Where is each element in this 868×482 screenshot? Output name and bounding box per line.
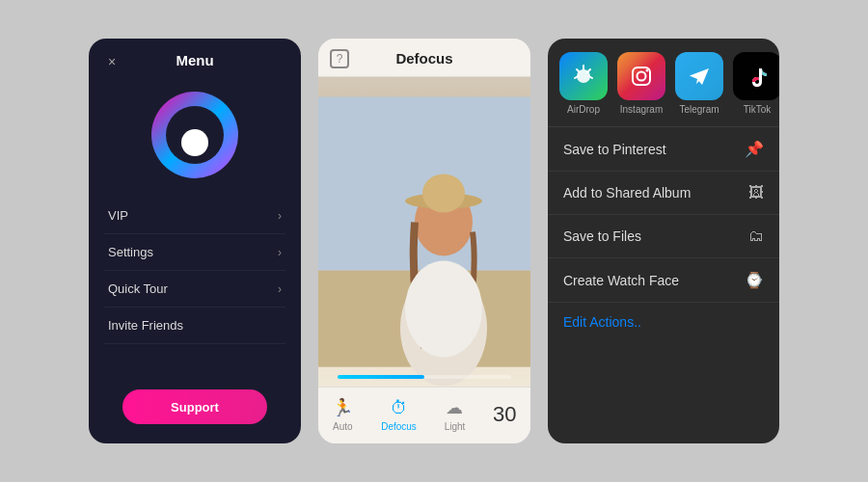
tiktok-icon bbox=[733, 52, 779, 100]
share-panel: AirDrop Instagram Telegram bbox=[548, 39, 779, 443]
watch-icon: ⌚ bbox=[745, 271, 764, 289]
toolbar-item-auto[interactable]: 🏃 Auto bbox=[332, 397, 353, 432]
arrow-icon: › bbox=[278, 282, 282, 296]
help-button[interactable]: ? bbox=[330, 49, 349, 68]
defocus-title: Defocus bbox=[395, 50, 452, 67]
edit-actions-button[interactable]: Edit Actions.. bbox=[548, 303, 779, 341]
defocus-image bbox=[318, 77, 530, 387]
defocus-toolbar: 🏃 Auto ⏱ Defocus ☁ Light 30 bbox=[318, 387, 530, 443]
svg-point-10 bbox=[637, 72, 646, 81]
toolbar-item-light[interactable]: ☁ Light bbox=[445, 397, 466, 432]
close-button[interactable]: × bbox=[102, 52, 122, 71]
arrow-icon: › bbox=[278, 209, 282, 223]
files-icon: 🗂 bbox=[748, 228, 764, 245]
menu-header: × Menu bbox=[89, 39, 301, 76]
menu-title: Menu bbox=[176, 52, 213, 68]
svg-point-7 bbox=[405, 261, 482, 358]
toolbar-number: 30 bbox=[493, 402, 516, 427]
defocus-icon: ⏱ bbox=[391, 398, 408, 418]
arrow-icon: › bbox=[278, 246, 282, 259]
share-apps-row: AirDrop Instagram Telegram bbox=[548, 39, 779, 127]
menu-item-quick-tour[interactable]: Quick Tour › bbox=[104, 271, 285, 308]
avatar bbox=[151, 92, 238, 178]
svg-point-6 bbox=[422, 174, 465, 213]
share-actions-list: Save to Pinterest 📌 Add to Shared Album … bbox=[548, 127, 779, 443]
avatar-face bbox=[166, 106, 224, 164]
menu-item-vip[interactable]: VIP › bbox=[104, 198, 285, 234]
light-icon: ☁ bbox=[446, 397, 463, 418]
action-save-files[interactable]: Save to Files 🗂 bbox=[548, 215, 779, 258]
support-button[interactable]: Support bbox=[122, 389, 267, 424]
defocus-header: ? Defocus bbox=[318, 39, 530, 77]
avatar-background bbox=[151, 92, 238, 178]
slider-fill bbox=[338, 375, 424, 379]
menu-items-list: VIP › Settings › Quick Tour › Invite Fri… bbox=[89, 198, 301, 374]
svg-point-11 bbox=[646, 69, 649, 72]
auto-icon: 🏃 bbox=[332, 397, 353, 418]
airdrop-icon bbox=[559, 52, 608, 100]
menu-item-invite-friends[interactable]: Invite Friends bbox=[104, 308, 285, 344]
telegram-icon bbox=[675, 52, 723, 100]
share-app-instagram[interactable]: Instagram bbox=[617, 52, 665, 115]
action-create-watch-face[interactable]: Create Watch Face ⌚ bbox=[548, 258, 779, 303]
share-app-airdrop[interactable]: AirDrop bbox=[559, 52, 608, 115]
share-app-tiktok[interactable]: TikTok bbox=[733, 52, 779, 115]
toolbar-item-defocus[interactable]: ⏱ Defocus bbox=[381, 398, 417, 432]
pinterest-icon: 📌 bbox=[745, 140, 764, 158]
defocus-slider[interactable] bbox=[338, 375, 511, 379]
share-app-telegram[interactable]: Telegram bbox=[675, 52, 723, 115]
menu-item-settings[interactable]: Settings › bbox=[104, 234, 285, 271]
album-icon: 🖼 bbox=[748, 184, 764, 201]
menu-panel: × Menu VIP › Settings › Quick Tour › Inv… bbox=[89, 39, 301, 443]
action-save-pinterest[interactable]: Save to Pinterest 📌 bbox=[548, 127, 779, 172]
image-svg bbox=[318, 77, 530, 387]
defocus-panel: ? Defocus bbox=[318, 39, 530, 443]
action-shared-album[interactable]: Add to Shared Album 🖼 bbox=[548, 172, 779, 215]
instagram-icon bbox=[617, 52, 665, 100]
